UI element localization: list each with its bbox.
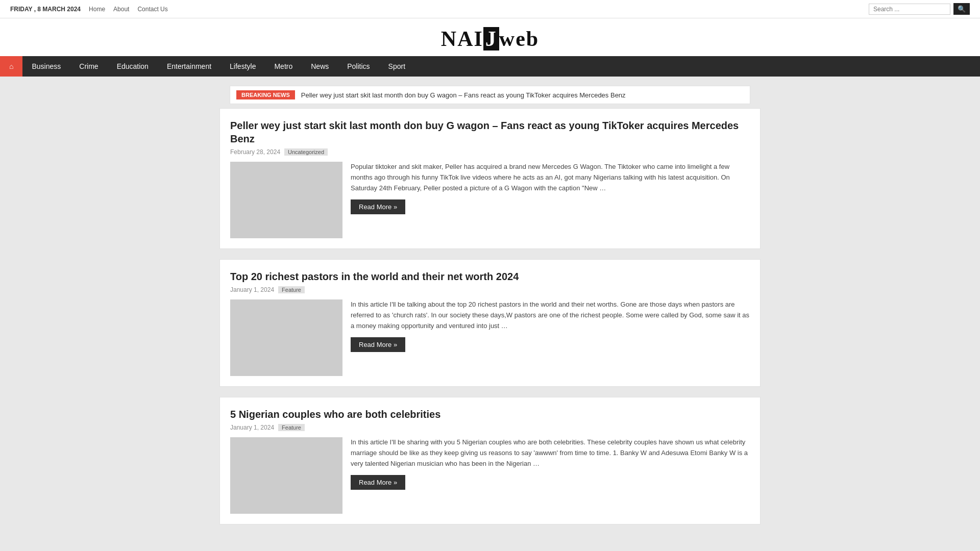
article-excerpt: In this article I'll be sharing with you… [351, 437, 750, 469]
article-category: Uncategorized [284, 148, 328, 156]
nav-metro[interactable]: Metro [265, 56, 302, 77]
site-logo[interactable]: NAIJweb [0, 27, 980, 51]
logo-part1: NAI [441, 27, 483, 51]
article-image [230, 437, 342, 514]
article-date: January 1, 2024 [230, 424, 274, 431]
read-more-button[interactable]: Read More » [351, 337, 405, 352]
nav-politics[interactable]: Politics [338, 56, 379, 77]
contact-link[interactable]: Contact Us [137, 6, 167, 13]
search-input[interactable] [869, 4, 950, 15]
article-title: Top 20 richest pastors in the world and … [230, 270, 750, 283]
article-body: In this article I'll be sharing with you… [230, 437, 750, 514]
search-button[interactable]: 🔍 [953, 3, 970, 15]
article-category: Feature [278, 286, 305, 293]
article-title: Peller wey just start skit last month do… [230, 119, 750, 145]
date-display: FRIDAY , 8 MARCH 2024 [10, 6, 81, 13]
article-text: Popular tiktoker and skit maker, Peller … [351, 162, 750, 238]
nav-bar: ⌂ Business Crime Education Entertainment… [0, 56, 980, 77]
article-body: Popular tiktoker and skit maker, Peller … [230, 162, 750, 238]
article-excerpt: In this article I'll be talking about th… [351, 299, 750, 331]
read-more-button[interactable]: Read More » [351, 199, 405, 214]
article-meta: January 1, 2024 Feature [230, 286, 750, 293]
article-excerpt: Popular tiktoker and skit maker, Peller … [351, 162, 750, 193]
article-meta: January 1, 2024 Feature [230, 424, 750, 431]
top-bar: FRIDAY , 8 MARCH 2024 Home About Contact… [0, 0, 980, 18]
logo-area: NAIJweb [0, 18, 980, 56]
article-image [230, 299, 342, 376]
nav-education[interactable]: Education [108, 56, 158, 77]
home-link[interactable]: Home [89, 6, 105, 13]
nav-lifestyle[interactable]: Lifestyle [220, 56, 265, 77]
nav-entertainment[interactable]: Entertainment [158, 56, 220, 77]
nav-business[interactable]: Business [22, 56, 70, 77]
article-date: January 1, 2024 [230, 286, 274, 293]
article-card: 5 Nigerian couples who are both celebrit… [219, 397, 761, 524]
article-title-link[interactable]: Peller wey just start skit last month do… [230, 120, 739, 144]
article-body: In this article I'll be talking about th… [230, 299, 750, 376]
breaking-news-bar: BREAKING NEWS Peller wey just start skit… [230, 86, 750, 104]
article-card: Peller wey just start skit last month do… [219, 108, 761, 249]
article-title: 5 Nigerian couples who are both celebrit… [230, 408, 750, 421]
article-text: In this article I'll be sharing with you… [351, 437, 750, 514]
read-more-button[interactable]: Read More » [351, 475, 405, 490]
breaking-text: Peller wey just start skit last month do… [301, 91, 626, 99]
breaking-label: BREAKING NEWS [236, 90, 295, 99]
article-text: In this article I'll be talking about th… [351, 299, 750, 376]
article-meta: February 28, 2024 Uncategorized [230, 148, 750, 156]
nav-sport[interactable]: Sport [379, 56, 414, 77]
article-date: February 28, 2024 [230, 148, 280, 156]
nav-crime[interactable]: Crime [70, 56, 107, 77]
article-title-link[interactable]: Top 20 richest pastors in the world and … [230, 271, 519, 282]
top-bar-left: FRIDAY , 8 MARCH 2024 Home About Contact… [10, 6, 168, 13]
article-card: Top 20 richest pastors in the world and … [219, 259, 761, 387]
content-wrapper: BREAKING NEWS Peller wey just start skit… [209, 77, 771, 545]
article-image [230, 162, 342, 238]
about-link[interactable]: About [113, 6, 129, 13]
article-category: Feature [278, 424, 305, 431]
article-title-link[interactable]: 5 Nigerian couples who are both celebrit… [230, 409, 440, 420]
logo-part3: web [499, 27, 539, 51]
logo-part2: J [483, 27, 499, 51]
nav-news[interactable]: News [302, 56, 338, 77]
nav-home-icon[interactable]: ⌂ [0, 56, 22, 77]
top-bar-right: 🔍 [869, 3, 970, 15]
